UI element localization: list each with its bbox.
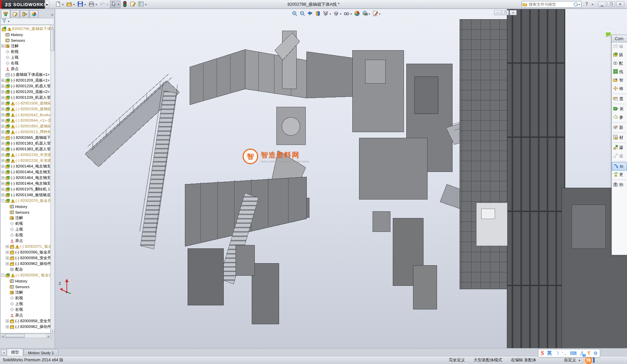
print-button[interactable]: ▼	[88, 1, 98, 8]
dropdown-arrow-icon[interactable]: ▼	[368, 13, 371, 15]
tree-expander[interactable]: +	[1, 130, 4, 133]
tree-expander[interactable]: +	[1, 113, 4, 116]
tree-expander[interactable]: +	[1, 176, 4, 179]
search-dropdown-icon[interactable]: ▼	[578, 3, 580, 6]
new-button[interactable]: ▼	[54, 1, 65, 8]
command-panel-header[interactable]: Com	[612, 35, 627, 42]
search-icon[interactable]	[573, 2, 578, 7]
explode-line-sketch-button[interactable]: 爆	[612, 152, 627, 160]
dropdown-arrow-icon[interactable]: ▼	[379, 13, 381, 15]
tree-item[interactable]: 右视	[1, 307, 51, 312]
tree-expander[interactable]: +	[1, 153, 4, 156]
tree-item[interactable]: 原点	[1, 312, 51, 318]
tree-item[interactable]: +A注解	[1, 43, 51, 49]
tree-item[interactable]: +(-) 82002665_曲轴箱下体	[1, 135, 51, 141]
tree-expander[interactable]: +	[1, 119, 4, 122]
dropdown-arrow-icon[interactable]: ▼	[62, 3, 64, 6]
view-settings-button[interactable]: ▼	[372, 10, 382, 18]
wrench-icon[interactable]: ⚙	[593, 351, 598, 356]
dropdown-arrow-icon[interactable]: ▼	[73, 3, 75, 6]
tree-expander[interactable]: +	[1, 165, 4, 168]
save-button[interactable]: ▼	[77, 1, 87, 8]
tree-item[interactable]: (-) 曲轴箱下体底板<1> (默认)	[1, 72, 51, 78]
restore-button[interactable]: ❐	[607, 1, 615, 7]
tree-filter-bar[interactable]: ▼	[0, 18, 54, 25]
tree-expander[interactable]: +	[1, 96, 4, 99]
scroll-left-icon[interactable]: ◀	[1, 334, 5, 338]
tree-expander[interactable]: +	[1, 102, 4, 105]
tree-item[interactable]: 右视	[1, 60, 51, 66]
dropdown-arrow-icon[interactable]: ▼	[350, 13, 352, 15]
document-restore-button[interactable]: ❐	[502, 10, 509, 15]
tree-expander[interactable]: +	[1, 159, 4, 162]
dropdown-arrow-icon[interactable]: ▼	[106, 3, 109, 6]
tree-expander[interactable]: -	[1, 274, 4, 277]
tree-vertical-scrollbar[interactable]: ▲ ▼	[50, 25, 54, 333]
tree-item[interactable]: Sensors	[1, 284, 51, 290]
tree-expander[interactable]: +	[6, 251, 9, 254]
tree-item[interactable]: +(-) 82001383_机器人管线	[1, 146, 51, 152]
tree-item[interactable]: Sensors	[1, 209, 51, 215]
tree-item[interactable]: 上视	[1, 55, 51, 60]
tree-item[interactable]: +(-) 82002644_<1> (默	[1, 118, 51, 123]
tree-item[interactable]: 原点	[1, 238, 51, 244]
display-style-button[interactable]: ▼	[332, 10, 343, 18]
search-folder-icon[interactable]	[522, 2, 527, 6]
menu-expand-arrow[interactable]: ▶	[45, 1, 49, 8]
tree-item[interactable]: 配合	[1, 267, 51, 272]
status-customize[interactable]: 自定义▲	[564, 357, 581, 363]
tree-item[interactable]: -(-) 82002058_ 钣金房组	[1, 272, 51, 278]
ime-language-toggle[interactable]: 英	[547, 350, 552, 356]
tree-expander[interactable]: +	[1, 142, 4, 145]
shirt-icon[interactable]: T	[588, 351, 591, 356]
tree-item[interactable]: +(-) 82002642_Brother	[1, 112, 51, 118]
tree-item[interactable]: +(-) 82001464_电主轴支架	[1, 175, 51, 181]
tree-item[interactable]: 前视	[1, 295, 51, 301]
zoom-to-fit-button[interactable]	[291, 10, 298, 18]
tree-item[interactable]: +(-) 82000958_安全开关	[1, 318, 51, 324]
tree-expander[interactable]: +	[6, 262, 9, 265]
dropdown-arrow-icon[interactable]: ▼	[95, 3, 98, 6]
tree-item[interactable]: +(-) 82001209_底板<1> (默认)	[1, 78, 51, 83]
update-button[interactable]: 更	[612, 171, 627, 179]
filter-funnel-icon[interactable]	[2, 19, 6, 24]
scroll-right-icon[interactable]: ▶	[47, 334, 51, 338]
tree-item[interactable]: Sensors	[1, 37, 51, 43]
featuremanager-tab[interactable]	[1, 9, 10, 18]
show-hidden-components-button[interactable]: 显	[612, 95, 627, 103]
tree-item[interactable]: 前视	[1, 221, 51, 226]
tree-item[interactable]: 上视	[1, 301, 51, 307]
tree-expander[interactable]: +	[6, 325, 9, 328]
edit-component-button[interactable]: 编	[612, 42, 627, 51]
help-button[interactable]: ?	[585, 1, 588, 7]
help-dropdown-icon[interactable]: ▼	[591, 3, 594, 6]
undo-button[interactable]: ▼	[99, 1, 109, 8]
tree-item[interactable]: +(-) 82002239_长安曲轴	[1, 152, 51, 158]
assembly-features-button[interactable]: 装	[612, 105, 627, 113]
edit-appearance-button[interactable]	[353, 10, 361, 18]
tree-item[interactable]: History	[1, 278, 51, 284]
exploded-view-button[interactable]: 爆	[612, 144, 627, 152]
section-view-button[interactable]	[314, 10, 322, 18]
open-button[interactable]: ▼	[65, 1, 76, 8]
tree-item[interactable]: +(-) 82001975_翻转机.1<1>	[1, 186, 51, 192]
move-component-button[interactable]: 移	[612, 85, 627, 93]
tree-item[interactable]: +(-) 82002239_长安曲轴	[1, 158, 51, 163]
take-snapshot-button[interactable]: 拍	[612, 181, 627, 189]
tree-expander[interactable]: +	[1, 182, 4, 185]
tree-expander[interactable]: +	[6, 245, 9, 248]
tree-expander[interactable]: +	[1, 79, 4, 82]
graphics-viewport[interactable]: ▼▼▼▼▼ ─❐✕ 智 智造资料网 INTELLIGENT MANUFACTUR…	[55, 9, 627, 348]
tree-item[interactable]: +(-) 82002071_钣金	[1, 244, 51, 249]
tree-item[interactable]: 原点	[1, 66, 51, 72]
keyboard-icon[interactable]: ⌨	[570, 351, 577, 356]
tree-expander[interactable]: +	[1, 188, 4, 191]
file-properties-button[interactable]	[129, 1, 137, 8]
tree-expander[interactable]: +	[1, 148, 4, 151]
previous-view-button[interactable]	[306, 10, 314, 18]
bill-of-materials-button[interactable]: 材	[612, 133, 627, 142]
view-orientation-button[interactable]: ▼	[322, 10, 332, 18]
tree-item[interactable]: +(-) 82001239_机器人管线	[1, 83, 51, 89]
scroll-thumb-horizontal[interactable]	[5, 334, 25, 338]
document-minimize-button[interactable]: ─	[494, 10, 501, 15]
